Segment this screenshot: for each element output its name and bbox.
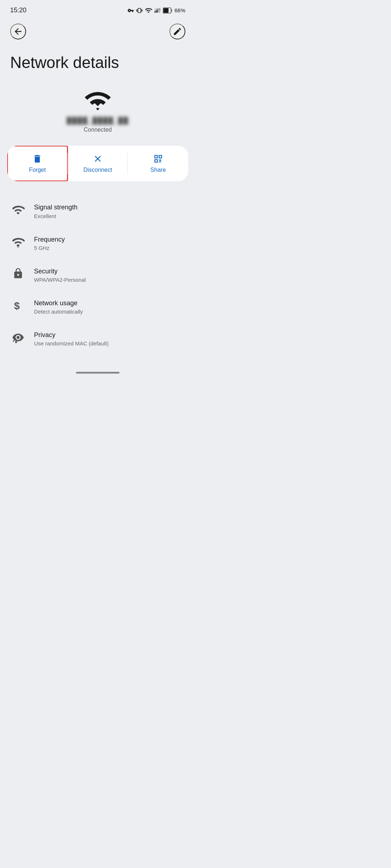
frequency-icon — [12, 236, 25, 249]
disconnect-button[interactable]: Disconnect — [68, 146, 128, 181]
vibrate-icon — [136, 7, 143, 14]
svg-rect-3 — [158, 8, 159, 12]
network-name: ████_████_██ — [67, 117, 129, 124]
privacy-icon-container — [10, 331, 26, 344]
status-time: 15:20 — [10, 7, 26, 14]
frequency-value: 5 GHz — [34, 245, 65, 251]
security-text: Security WPA/WPA2-Personal — [34, 267, 86, 283]
privacy-value: Use randomized MAC (default) — [34, 340, 109, 346]
disconnect-label: Disconnect — [83, 167, 112, 173]
svg-rect-1 — [156, 10, 156, 13]
wifi-large-icon — [85, 89, 111, 112]
back-button[interactable] — [10, 24, 26, 39]
network-usage-title: Network usage — [34, 299, 83, 308]
signal-strength-text: Signal strength Excellent — [34, 203, 77, 219]
security-item: Security WPA/WPA2-Personal — [0, 259, 196, 291]
svg-rect-4 — [159, 8, 160, 13]
close-icon — [93, 154, 103, 164]
network-usage-icon-container: $ — [10, 299, 26, 312]
svg-rect-0 — [155, 11, 155, 13]
frequency-item: Frequency 5 GHz — [0, 227, 196, 259]
network-usage-text: Network usage Detect automatically — [34, 299, 83, 315]
action-buttons-row: Forget Disconnect Share — [7, 146, 188, 181]
battery-percent: 66% — [175, 7, 185, 13]
top-nav — [0, 18, 196, 43]
battery-icon — [163, 8, 172, 13]
signal-strength-item: Signal strength Excellent — [0, 195, 196, 227]
network-usage-icon: $ — [12, 299, 24, 312]
lock-icon — [12, 268, 24, 279]
network-usage-item: $ Network usage Detect automatically — [0, 291, 196, 323]
security-title: Security — [34, 267, 86, 276]
back-icon — [13, 26, 23, 37]
svg-rect-2 — [157, 9, 157, 13]
frequency-title: Frequency — [34, 235, 65, 244]
svg-rect-6 — [171, 9, 172, 12]
signal-strength-icon — [12, 204, 25, 217]
security-icon-container — [10, 268, 26, 279]
home-indicator — [0, 365, 196, 377]
frequency-text: Frequency 5 GHz — [34, 235, 65, 251]
network-connection-status: Connected — [84, 127, 112, 133]
share-button[interactable]: Share — [128, 146, 188, 181]
privacy-text: Privacy Use randomized MAC (default) — [34, 331, 109, 346]
svg-point-11 — [15, 341, 17, 343]
network-card: ████_████_██ Connected — [7, 86, 188, 142]
signal-strength-icon-container — [10, 204, 26, 217]
qr-code-icon — [153, 154, 163, 164]
vpn-icon — [127, 7, 134, 14]
trash-icon — [32, 154, 42, 164]
wifi-status-icon — [145, 7, 152, 14]
privacy-item: Privacy Use randomized MAC (default) — [0, 323, 196, 354]
edit-button[interactable] — [169, 24, 185, 39]
svg-text:$: $ — [14, 300, 20, 311]
network-usage-value: Detect automatically — [34, 309, 83, 315]
signal-strength-value: Excellent — [34, 213, 77, 219]
forget-button[interactable]: Forget — [7, 146, 68, 181]
signal-icon — [154, 7, 161, 14]
security-value: WPA/WPA2-Personal — [34, 277, 86, 283]
privacy-icon — [12, 331, 24, 344]
details-list: Signal strength Excellent Frequency 5 GH… — [0, 191, 196, 358]
home-bar — [76, 372, 119, 374]
edit-icon — [173, 27, 182, 36]
status-bar: 15:20 66% — [0, 0, 196, 18]
signal-strength-title: Signal strength — [34, 203, 77, 212]
svg-rect-7 — [163, 8, 168, 13]
privacy-title: Privacy — [34, 331, 109, 340]
forget-label: Forget — [29, 167, 46, 173]
page-title: Network details — [0, 43, 196, 86]
frequency-icon-container — [10, 236, 26, 249]
status-icons: 66% — [127, 7, 185, 14]
share-label: Share — [150, 167, 166, 173]
